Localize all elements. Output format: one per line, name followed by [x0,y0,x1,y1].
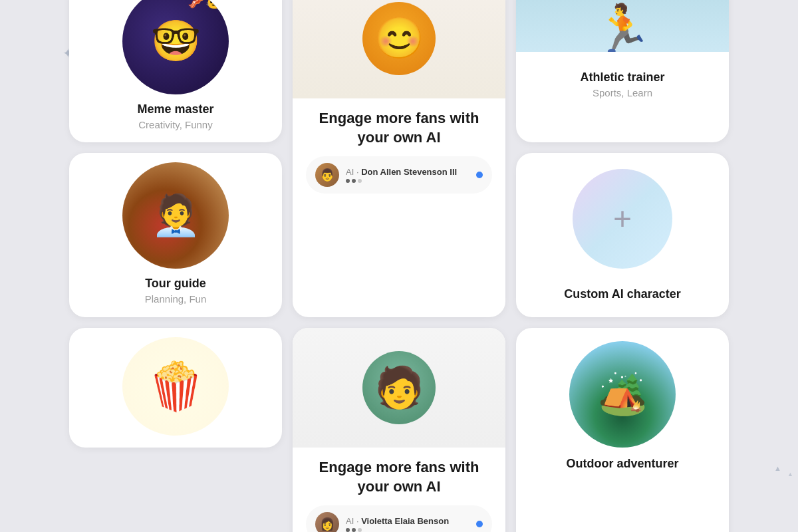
dot-3 [358,179,362,183]
meme-master-subtitle: Creativity, Funny [138,119,212,130]
meme-avatar [122,0,229,94]
athletic-trainer-card[interactable]: 🏃 Athletic trainer Sports, Learn [516,0,729,142]
dot-1 [346,179,350,183]
dot-4 [346,528,350,532]
tour-guide-card[interactable]: 🧑‍💼 Tour guide Planning, Fun [69,153,282,317]
engage-profile-avatar-2: 👩 [315,512,339,532]
custom-ai-title: Custom AI character [564,287,680,301]
tourguide-avatar: 🧑‍💼 [122,162,229,269]
custom-ai-card[interactable]: + Custom AI character [516,153,729,317]
engage-title-1: Engage more fans with your own AI [306,109,492,147]
athletic-title: Athletic trainer [529,70,716,84]
online-indicator-2 [476,521,483,527]
engage-body-1: Engage more fans with your own AI 👨 AI ·… [293,98,505,204]
engage-avatar-sunglasses: 🧑 [362,351,436,424]
engage-profile-bar-1[interactable]: 👨 AI · Don Allen Stevenson III [306,156,492,194]
engage-header-1: 😊 [293,0,505,98]
engage-profile-name-2: AI · Violetta Elaia Benson [346,516,469,526]
engage-profile-name-1: AI · Don Allen Stevenson III [346,167,469,177]
engage-profile-bar-2[interactable]: 👩 AI · Violetta Elaia Benson [306,505,492,532]
deco-tri-1: ▲ [774,464,781,472]
engage-profile-info-2: AI · Violetta Elaia Benson [346,516,469,532]
engage-card-2[interactable]: 🧑 Engage more fans with your own AI 👩 AI… [293,328,505,532]
meme-master-card[interactable]: Meme master Creativity, Funny [69,0,282,142]
athletic-img: 🏃 [516,0,729,52]
engage-profile-dots-1 [346,179,469,183]
engage-header-2: 🧑 [293,328,505,448]
engage-title-2: Engage more fans with your own AI [306,458,492,496]
dot-5 [352,528,356,532]
online-indicator-1 [476,172,483,178]
outdoor-card[interactable]: 🏕️ Outdoor adventurer [516,328,729,532]
engage-profile-info-1: AI · Don Allen Stevenson III [346,167,469,183]
deco-tri-2: ▲ [787,471,793,477]
athletic-body: Athletic trainer Sports, Learn [516,52,729,112]
dot-2 [352,179,356,183]
engage-avatar-orange: 😊 [362,2,436,75]
outdoor-title: Outdoor adventurer [566,457,678,471]
athletic-figure: 🏃 [594,5,652,52]
main-grid: Meme master Creativity, Funny 😊 Engage m… [56,0,742,532]
snack-card[interactable]: 🍿 [69,328,282,448]
athletic-subtitle: Sports, Learn [529,87,716,98]
tour-guide-subtitle: Planning, Fun [145,293,207,305]
custom-ai-circle: + [573,169,672,269]
engage-card-1[interactable]: 😊 Engage more fans with your own AI 👨 AI… [293,0,505,317]
dot-6 [358,528,362,532]
engage-profile-avatar-1: 👨 [315,163,339,187]
tour-guide-title: Tour guide [145,277,206,291]
snack-avatar: 🍿 [122,337,229,436]
meme-master-title: Meme master [137,102,213,116]
outdoor-avatar: 🏕️ [569,341,676,448]
plus-icon: + [613,203,632,235]
engage-profile-dots-2 [346,528,469,532]
engage-body-2: Engage more fans with your own AI 👩 AI ·… [293,448,505,532]
